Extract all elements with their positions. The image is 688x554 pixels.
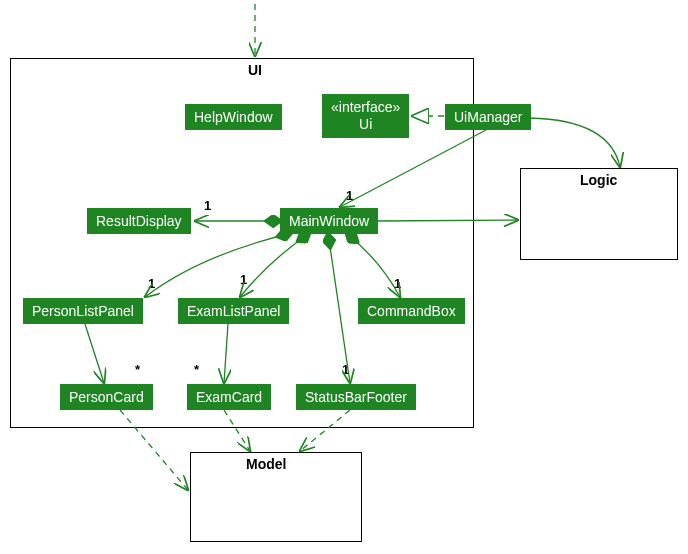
package-logic-label: Logic — [580, 172, 617, 188]
mult-resultdisplay: 1 — [204, 198, 211, 213]
class-exam-list-panel: ExamListPanel — [178, 298, 289, 324]
mult-statusbar: 1 — [342, 362, 349, 377]
class-exam-card: ExamCard — [187, 384, 271, 410]
mult-personlistpanel: 1 — [148, 276, 155, 291]
package-ui-label: UI — [248, 62, 262, 78]
mult-personcard: * — [135, 362, 140, 377]
class-help-window: HelpWindow — [185, 104, 282, 130]
class-command-box: CommandBox — [358, 298, 465, 324]
class-person-card: PersonCard — [60, 384, 153, 410]
mult-commandbox: 1 — [394, 276, 401, 291]
class-main-window: MainWindow — [280, 208, 378, 234]
mult-mainwindow: 1 — [346, 188, 353, 203]
class-person-list-panel: PersonListPanel — [23, 298, 143, 324]
class-ui-interface: «interface» Ui — [322, 94, 409, 138]
package-model-label: Model — [246, 456, 286, 472]
interface-name: Ui — [331, 116, 400, 133]
class-ui-manager: UiManager — [445, 104, 531, 130]
class-result-display: ResultDisplay — [87, 208, 191, 234]
class-status-bar-footer: StatusBarFooter — [296, 384, 416, 410]
mult-examcard: * — [194, 362, 199, 377]
mult-examlistpanel: 1 — [240, 272, 247, 287]
stereotype-label: «interface» — [331, 99, 400, 116]
